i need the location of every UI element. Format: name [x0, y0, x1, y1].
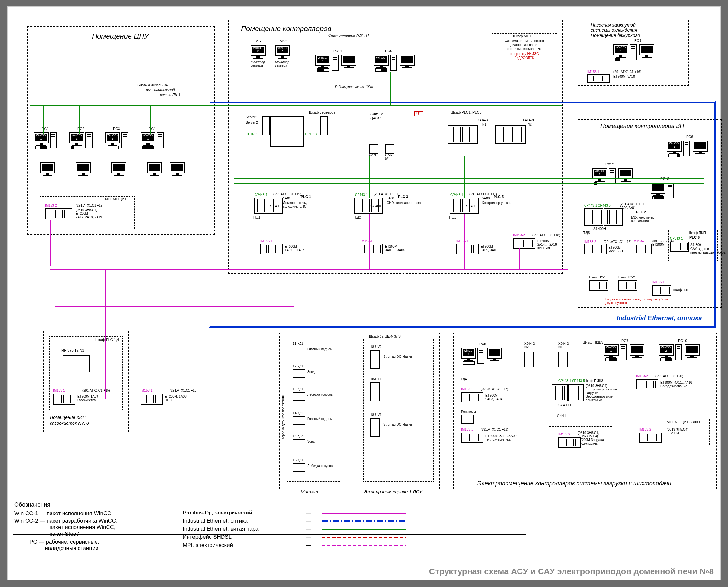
- pc4-mon3: [170, 162, 185, 176]
- ep8b-desc: ET200M. 3A07..3A09 теплоэнергетика: [486, 434, 517, 441]
- localnet-l1: Связь с локальной: [137, 83, 168, 87]
- cab12-title: Шкаф 12:ШДФ-3ЛЗ: [369, 334, 401, 338]
- legend-ie-tp-dash: —: [306, 526, 311, 532]
- legend-wc2-1: Win CC-2 — пакет разработчика WinCC,: [14, 518, 118, 524]
- mtp-l3: состояния кожуха печи: [497, 47, 552, 50]
- legend-shdsl: Интерфейс SHDSL: [183, 534, 232, 540]
- legend-wc2-3: пакет Step7: [14, 531, 79, 537]
- pc3-mon2: [111, 162, 126, 176]
- pc3-label: PC3: [113, 126, 120, 131]
- pc7-mon2: [630, 345, 644, 358]
- kd11-1-r: [293, 347, 305, 355]
- pc1-mon2: [40, 162, 55, 176]
- legend-shdsl-dash: —: [306, 534, 311, 540]
- localnet-l3: сетью ДЦ-1: [160, 93, 180, 96]
- pkshz-desc: (0819-3Н5.С4) Контроллер системы загрузк…: [586, 384, 617, 402]
- pkshz-pd: П.Д4: [460, 377, 467, 381]
- pkshz-cpu: S7 400H: [558, 403, 571, 407]
- pc7: WinCC-1: [604, 345, 618, 358]
- pc9-mon2: [639, 44, 654, 58]
- pc1: WinCC-1: [34, 133, 49, 146]
- pc8-mon2: [487, 348, 502, 361]
- pc2-screen: WinCC-1: [71, 134, 83, 141]
- kd11-2-r: [293, 416, 305, 425]
- mnemo-addr: (291.ATX1.C1 +19): [76, 204, 103, 207]
- pc2: WinCC-1: [69, 133, 84, 146]
- kd11-1: 11-КД1: [293, 342, 303, 346]
- optical-ring: [209, 101, 716, 328]
- stol-label: Стол инженера АСУ ТП: [328, 33, 369, 37]
- legend-ie-opt-dash: —: [306, 518, 311, 524]
- legend-ie-tp-line: [322, 529, 406, 530]
- pc4-mon2: [147, 162, 162, 176]
- mnemo-et200: [45, 208, 72, 219]
- ep10-desc: ET200M. 4A11...4A16 Весодозирование: [660, 381, 692, 388]
- eth-pc11-v: [332, 72, 332, 105]
- eth-pc2-v: [79, 105, 80, 134]
- ep8a-desc: ET200M 5A03, 5A04: [486, 394, 502, 401]
- pc8: WinCC-1: [461, 348, 476, 361]
- pc10-label: PC10: [678, 339, 687, 343]
- kd12-2: 12-КД2: [293, 434, 303, 438]
- x204-n2: X204-2 N2: [524, 342, 535, 349]
- plc14-addr: (291.ATX1.C1 +15): [82, 389, 110, 393]
- eth-bus-top: [30, 105, 562, 105]
- legend-mpi: MPI, электрический: [183, 542, 233, 548]
- legend-pb: Profibus-Dp, электрический: [183, 510, 252, 516]
- ep8b-r: [461, 432, 484, 443]
- pump-et200: [587, 74, 610, 83]
- kd18: 18-КД1: [293, 387, 303, 391]
- kd11-2-t: Главный подъем: [307, 417, 333, 421]
- page-caption: Структурная схема АСУ и САУ электроприво…: [429, 567, 714, 577]
- pc10-mon2: [685, 345, 700, 358]
- legend-title: Обозначения:: [14, 501, 52, 508]
- pump-l3: Помещение дежурного: [591, 33, 640, 38]
- kd19-t: Лебедка конусов: [307, 464, 333, 468]
- ms1-screen: WinCC-2: [252, 47, 264, 53]
- box-label: Коробка датчиков положения: [281, 395, 285, 440]
- uy1-r: [371, 382, 380, 401]
- eth-ms-v: [267, 70, 267, 109]
- pc2-label: PC2: [77, 126, 84, 131]
- kip-l2: газоочисток N7, 8: [50, 421, 89, 426]
- uv1-r: [371, 418, 380, 437]
- ms2: WinCC-2: [275, 45, 290, 58]
- legend-pb-dash: —: [306, 510, 311, 516]
- ep1-title: Электропомещение 1 ПСУ: [364, 489, 422, 494]
- uv2: 18-UV2: [371, 345, 381, 349]
- rep-r: [461, 415, 474, 424]
- u4n: У-4нН: [555, 413, 567, 418]
- pc5: WinCC-1: [374, 55, 389, 68]
- pb-plc2-v: [519, 248, 520, 269]
- room-controllers-title: Помещение контроллеров: [241, 25, 331, 33]
- cable-label: Кабель управления 100m: [335, 85, 373, 89]
- uv2-t: Stromag DC-Master: [383, 355, 412, 358]
- pc5-label: PC5: [385, 49, 392, 53]
- mnemo-title: МНЕМОЩИТ: [105, 197, 126, 201]
- pb-kip-v: [105, 269, 105, 399]
- mnemo-mod: IM153-2: [45, 204, 57, 207]
- pump-addr: (291.ATX1.C1 +16): [613, 70, 641, 73]
- ep8a-mod: IM153-1: [461, 387, 473, 391]
- mtp-l5: ГИДРООПТК: [497, 56, 552, 60]
- ep8a-r: [461, 392, 484, 402]
- pc3-screen: WinCC-1: [107, 134, 118, 141]
- kd18-t: Лебедка конусов: [307, 393, 333, 396]
- pc11: WinCC-1: [315, 55, 330, 68]
- kd18-r: [293, 392, 305, 400]
- legend-pc: PC — рабочие, сервисные,: [14, 539, 99, 545]
- mtp-title: Шкаф МПТ: [513, 34, 532, 38]
- uv1: 18-UV1: [371, 413, 381, 417]
- ep-ctrl-title: Электропомещение контроллеров системы за…: [477, 480, 671, 487]
- pc1-screen: WinCC-1: [35, 134, 47, 141]
- pb-kip-h: [55, 306, 295, 307]
- ms2-label: MS2: [280, 39, 287, 43]
- legend-mpi-line: [322, 545, 406, 546]
- pb-mnemo-v: [50, 220, 50, 266]
- kd12-1: 12-КД1: [293, 365, 303, 368]
- pb-bus1: [50, 266, 568, 266]
- eth-plc-bus2: [234, 183, 704, 184]
- mtp-l1: Система автоматического: [497, 39, 552, 43]
- mtp-l2: диагностирования: [497, 43, 552, 47]
- pc11-screen: WinCC-1: [317, 56, 329, 63]
